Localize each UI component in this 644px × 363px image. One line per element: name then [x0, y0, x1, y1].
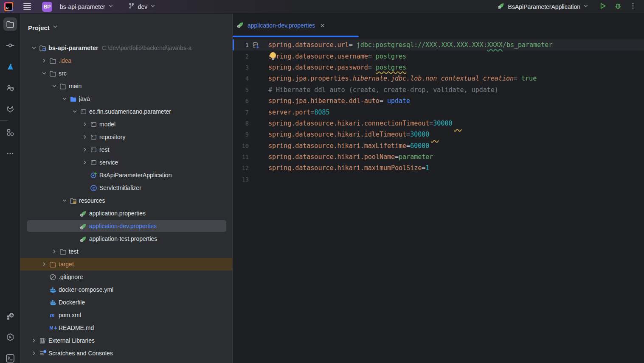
tree-item-bs-api-parameter[interactable]: bs-api-parameterC:\dev\portfolio\backend… [20, 42, 232, 54]
code-token: spring.jpa.hibernate.ddl-auto [268, 97, 380, 105]
code-line-9[interactable]: 9spring.datasource.hikari.idleTimeout=30… [233, 129, 644, 140]
chevron-closed-icon[interactable] [49, 248, 59, 255]
editor-tab-application-dev-properties[interactable]: application-dev.properties ✕ [233, 14, 331, 37]
project-badge[interactable]: BP [42, 2, 52, 12]
tree-item-docker-compose-yml[interactable]: docker-compose.yml [20, 283, 232, 296]
code-line-text: # Hibernate ddl auto (create, create-dro… [268, 86, 498, 94]
chevron-closed-icon[interactable] [80, 146, 90, 153]
markdown-icon: M [49, 324, 59, 331]
tree-item-application-test-properties[interactable]: application-test.properties [20, 232, 232, 245]
code-line-12[interactable]: 12spring.datasource.hikari.maximumPoolSi… [233, 162, 644, 173]
code-token: spring.datasource.hikari.idleTimeout [268, 131, 406, 138]
code-token: 30000 [410, 131, 429, 138]
toolwindow-button-gitlab[interactable] [0, 98, 20, 120]
toolwindow-button-project-folder[interactable] [0, 14, 20, 35]
code-editor[interactable]: 1spring.datasource.url= jdbc:postgresql:… [233, 37, 644, 363]
code-line-10[interactable]: 10spring.datasource.hikari.maxLifetime=6… [233, 140, 644, 151]
code-line-4[interactable]: 4spring.jpa.properties.hibernate.jdbc.lo… [233, 73, 644, 84]
chevron-closed-icon[interactable] [80, 134, 90, 140]
tree-item-bsapiparameterapplication[interactable]: BsApiParameterApplication [20, 169, 232, 182]
chevron-closed-icon[interactable] [29, 337, 39, 344]
tree-item-label: rest [99, 146, 109, 153]
code-token: spring.jpa.properties. [268, 75, 353, 82]
project-panel-header[interactable]: Project [20, 14, 232, 42]
toolwindow-button-profiler[interactable] [0, 305, 20, 327]
chevron-open-icon[interactable] [49, 83, 59, 89]
line-number: 10 [233, 142, 249, 149]
toolwindow-button-commit[interactable] [0, 35, 20, 56]
tree-item-target[interactable]: target [20, 258, 232, 271]
tree-item-idea[interactable]: .idea [20, 54, 232, 67]
chevron-open-icon[interactable] [59, 197, 70, 204]
code-line-13[interactable]: 13 [233, 174, 644, 185]
code-line-6[interactable]: 6spring.jpa.hibernate.ddl-auto= update [233, 95, 644, 106]
code-line-8[interactable]: 8spring.datasource.hikari.connectionTime… [233, 118, 644, 129]
code-line-1[interactable]: 1spring.datasource.url= jdbc:postgresql:… [233, 39, 644, 50]
code-line-5[interactable]: 5# Hibernate ddl auto (create, create-dr… [233, 84, 644, 95]
tree-item-java[interactable]: java [20, 92, 232, 105]
tree-item-resources[interactable]: resources [20, 194, 232, 207]
toolwindow-stripe: ? [0, 14, 20, 363]
vcs-branch-widget[interactable]: dev [126, 1, 159, 12]
db-add-gutter-icon[interactable] [249, 42, 260, 49]
tree-item-main[interactable]: main [20, 80, 232, 92]
code-line-7[interactable]: 7server.port=8085 [233, 106, 644, 117]
tree-item-rest[interactable]: rest [20, 143, 232, 156]
tree-item-external-libraries[interactable]: External Libraries [20, 334, 232, 347]
project-toolwindow: Project bs-api-parameterC:\dev\portfolio… [20, 14, 232, 363]
tree-item-src[interactable]: src [20, 67, 232, 80]
tree-item-service[interactable]: service [20, 156, 232, 169]
toolwindow-button-structure[interactable] [0, 122, 20, 143]
chevron-closed-icon[interactable] [39, 57, 49, 64]
tree-item-pom-xml[interactable]: mpom.xml [20, 309, 232, 321]
main-menu-button[interactable] [21, 2, 34, 12]
package-icon [90, 121, 99, 128]
chevron-open-icon[interactable] [39, 70, 49, 77]
code-line-3[interactable]: 3spring.datasource.password= postgres [233, 62, 644, 73]
tree-item-dockerfile[interactable]: Dockerfile [20, 296, 232, 309]
toolwindow-button-azure[interactable] [0, 56, 20, 77]
debug-button[interactable] [614, 2, 622, 11]
folder-icon [49, 70, 59, 77]
run-configuration-selector[interactable]: BsApiParameterApplication [495, 1, 591, 12]
chevron-open-icon[interactable] [29, 45, 39, 51]
tree-item-model[interactable]: model [20, 118, 232, 131]
chevron-open-icon[interactable] [70, 108, 80, 115]
tree-item-label: ec.fin.sudamericano.parameter [89, 108, 171, 115]
code-line-11[interactable]: 11spring.datasource.hikari.poolName=para… [233, 151, 644, 162]
code-token: = [406, 142, 410, 150]
chevron-down-icon [52, 24, 58, 31]
terminal-icon [3, 352, 17, 363]
chevron-closed-icon[interactable] [39, 261, 49, 268]
code-token: postgres [376, 64, 406, 71]
chevron-open-icon[interactable] [59, 95, 70, 102]
project-selector[interactable]: bs-api-parameter [56, 2, 116, 12]
toolwindow-button-code-with-me[interactable]: ? [0, 77, 20, 98]
tree-item-readme-md[interactable]: MREADME.md [20, 321, 232, 334]
toolwindow-button-terminal[interactable] [0, 348, 20, 363]
run-button[interactable] [599, 2, 607, 11]
chevron-closed-icon[interactable] [80, 121, 90, 128]
more-actions-button[interactable] [630, 3, 636, 11]
tree-item-scratches-and-consoles[interactable]: Scratches and Consoles [20, 347, 232, 360]
chevron-spacer [39, 274, 49, 280]
chevron-closed-icon[interactable] [80, 159, 90, 166]
tree-item-test[interactable]: test [20, 245, 232, 258]
toolwindow-button-services[interactable] [0, 327, 20, 348]
code-line-2[interactable]: 2spring.datasource.username= postgres [233, 50, 644, 61]
chevron-closed-icon[interactable] [29, 350, 39, 357]
tree-item-application-properties[interactable]: application.properties [20, 207, 232, 220]
code-token: = [368, 64, 372, 71]
project-root-icon [39, 45, 48, 51]
tree-item-label: Dockerfile [59, 299, 85, 306]
close-tab-icon[interactable]: ✕ [320, 22, 325, 29]
tree-item-servletinitializer[interactable]: CServletInitializer [20, 182, 232, 194]
code-token: = [514, 75, 517, 82]
tree-item-ec-fin-sudamericano-parameter[interactable]: ec.fin.sudamericano.parameter [20, 105, 232, 118]
tree-item-repository[interactable]: repository [20, 131, 232, 143]
code-token: # Hibernate ddl auto (create, create-dro… [268, 86, 498, 94]
tree-item-gitignore[interactable]: .gitignore [20, 271, 232, 283]
toolwindow-button-more[interactable] [0, 143, 20, 164]
tree-item-application-dev-properties[interactable]: application-dev.properties [20, 220, 232, 232]
code-token: update [383, 97, 410, 105]
